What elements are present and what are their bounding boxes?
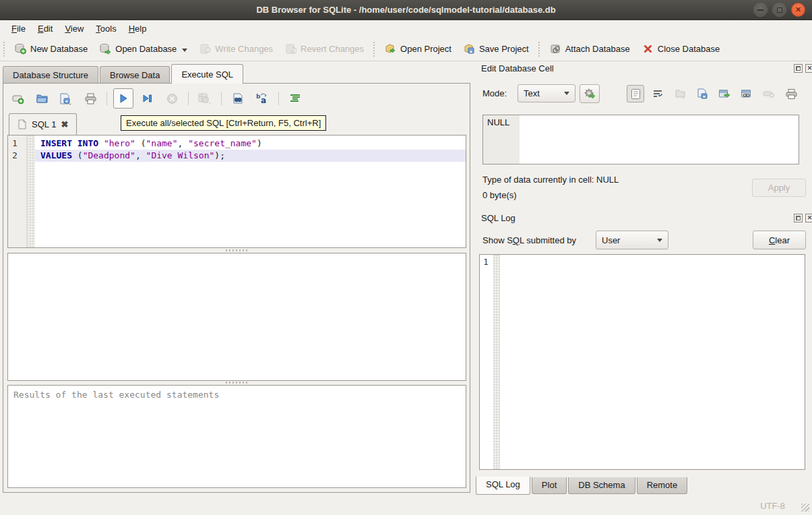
format-sql-button[interactable] bbox=[285, 88, 305, 109]
word-wrap-button[interactable] bbox=[649, 85, 666, 102]
text-mode-button[interactable] bbox=[627, 85, 644, 102]
open-database-dropdown-icon[interactable] bbox=[182, 49, 187, 52]
attach-database-button[interactable]: Attach Database bbox=[544, 40, 636, 58]
open-project-button[interactable]: Open Project bbox=[379, 40, 458, 58]
auto-apply-button[interactable] bbox=[580, 84, 600, 103]
print-sql-button[interactable] bbox=[80, 88, 100, 109]
save-results-icon bbox=[197, 92, 212, 105]
export-file-button[interactable] bbox=[693, 85, 711, 102]
revert-changes-button[interactable]: Revert Changes bbox=[279, 40, 370, 58]
menu-help[interactable]: Help bbox=[123, 22, 153, 36]
import-file-icon bbox=[675, 88, 686, 99]
open-database-button[interactable]: Open Database bbox=[94, 40, 193, 58]
float-dock-button[interactable] bbox=[794, 64, 803, 73]
code-token: ( bbox=[135, 138, 146, 148]
results-message-splitter[interactable] bbox=[7, 381, 466, 384]
tab-sql-log[interactable]: SQL Log bbox=[476, 477, 530, 495]
edit-cell-dock-buttons: ✕ bbox=[794, 64, 812, 73]
execute-tooltip: Execute all/selected SQL [Ctrl+Return, F… bbox=[121, 115, 326, 131]
code-token: "hero" bbox=[104, 138, 135, 148]
sql-editor[interactable]: 12 INSERT INTO "hero" ("name", "secret_n… bbox=[7, 135, 466, 248]
set-null-button[interactable] bbox=[760, 85, 778, 102]
sql-log-filter-label: Show SQL submitted by bbox=[482, 235, 576, 245]
write-changes-icon bbox=[199, 43, 211, 55]
save-project-button[interactable]: Save Project bbox=[458, 40, 535, 58]
menubar: File Edit View Tools Help bbox=[0, 20, 812, 37]
print-cell-button[interactable] bbox=[782, 85, 800, 102]
minimize-button[interactable] bbox=[753, 3, 768, 17]
menu-view[interactable]: View bbox=[59, 22, 90, 36]
import-file-button[interactable] bbox=[671, 85, 689, 102]
sql-code-lines[interactable]: INSERT INTO "hero" ("name", "secret_name… bbox=[35, 135, 466, 247]
cell-value: NULL bbox=[483, 115, 520, 164]
open-external-icon bbox=[718, 89, 730, 99]
code-token: , bbox=[178, 138, 189, 148]
resize-grip-icon[interactable] bbox=[801, 504, 809, 512]
open-external-button[interactable] bbox=[716, 85, 733, 102]
new-database-button[interactable]: New Database bbox=[9, 40, 94, 58]
cell-value-editor[interactable]: NULL bbox=[482, 115, 799, 164]
close-dock-button[interactable]: ✕ bbox=[805, 64, 812, 73]
tab-browse-data[interactable]: Browse Data bbox=[100, 66, 170, 84]
close-dock-button[interactable]: ✕ bbox=[805, 214, 812, 222]
code-token: ); bbox=[214, 150, 225, 160]
minimize-icon bbox=[757, 9, 763, 11]
menu-edit[interactable]: Edit bbox=[32, 22, 59, 36]
toolbar-drag-handle[interactable] bbox=[373, 42, 376, 57]
write-changes-button[interactable]: Write Changes bbox=[193, 40, 279, 58]
link-icon bbox=[741, 89, 753, 99]
save-sql-file-button[interactable] bbox=[56, 88, 76, 109]
clear-button[interactable]: Clear bbox=[753, 231, 806, 249]
close-sql-tab-icon[interactable]: ✖ bbox=[61, 119, 68, 129]
titlebar: DB Browser for SQLite - /home/user/code/… bbox=[0, 0, 812, 20]
code-token: ) bbox=[257, 138, 262, 148]
window-controls: ✕ bbox=[753, 3, 805, 17]
fold-margin bbox=[493, 255, 500, 469]
submitted-by-combobox[interactable]: User bbox=[596, 231, 668, 249]
toolbar-drag-handle[interactable] bbox=[3, 42, 6, 57]
toolbar-drag-handle[interactable] bbox=[538, 42, 541, 57]
fold-margin bbox=[27, 135, 35, 247]
execute-line-button[interactable] bbox=[137, 88, 158, 109]
maximize-button[interactable] bbox=[772, 3, 786, 17]
menu-tools[interactable]: Tools bbox=[90, 22, 122, 36]
tab-db-schema[interactable]: DB Schema bbox=[568, 477, 635, 494]
tab-remote[interactable]: Remote bbox=[637, 477, 688, 494]
sql-doc-tab[interactable]: SQL 1 ✖ bbox=[9, 113, 77, 135]
set-null-icon bbox=[763, 90, 775, 98]
mode-combobox[interactable]: Text bbox=[518, 84, 575, 102]
replace-button[interactable]: ba bbox=[252, 88, 272, 109]
attach-database-icon bbox=[550, 43, 561, 55]
close-database-button[interactable]: Close Database bbox=[636, 40, 726, 58]
results-message-pane[interactable]: Results of the last executed statements bbox=[7, 385, 466, 488]
line-number: 2 bbox=[12, 150, 26, 162]
execute-all-button[interactable] bbox=[113, 88, 133, 109]
log-line-number: 1 bbox=[480, 255, 493, 469]
close-button[interactable]: ✕ bbox=[791, 3, 805, 17]
execute-line-icon bbox=[142, 93, 153, 104]
float-icon bbox=[796, 216, 801, 220]
results-placeholder: Results of the last executed statements bbox=[13, 390, 219, 400]
menu-file[interactable]: File bbox=[5, 22, 32, 36]
open-project-label: Open Project bbox=[400, 44, 451, 54]
apply-button[interactable]: Apply bbox=[752, 179, 806, 197]
float-dock-button[interactable] bbox=[794, 214, 803, 222]
save-sql-file-icon bbox=[59, 92, 73, 105]
open-sql-file-button[interactable] bbox=[32, 88, 52, 109]
stop-button[interactable] bbox=[162, 88, 182, 109]
tab-database-structure[interactable]: Database Structure bbox=[3, 66, 98, 84]
tab-plot[interactable]: Plot bbox=[532, 477, 567, 494]
separator bbox=[278, 92, 279, 105]
link-button[interactable] bbox=[738, 85, 755, 102]
tab-execute-sql[interactable]: Execute SQL bbox=[171, 64, 243, 84]
open-project-icon bbox=[385, 43, 396, 55]
find-button[interactable] bbox=[228, 88, 248, 109]
sql-doc-tab-label: SQL 1 bbox=[32, 119, 56, 129]
save-results-button[interactable] bbox=[195, 88, 215, 109]
results-grid-pane[interactable] bbox=[7, 253, 466, 381]
sql-log-view[interactable]: 1 bbox=[479, 254, 805, 470]
code-token: "secret_name" bbox=[188, 138, 257, 148]
editor-results-splitter[interactable] bbox=[7, 249, 466, 252]
filter-label-mnemonic: Q bbox=[513, 235, 520, 245]
new-sql-tab-button[interactable] bbox=[7, 88, 28, 109]
